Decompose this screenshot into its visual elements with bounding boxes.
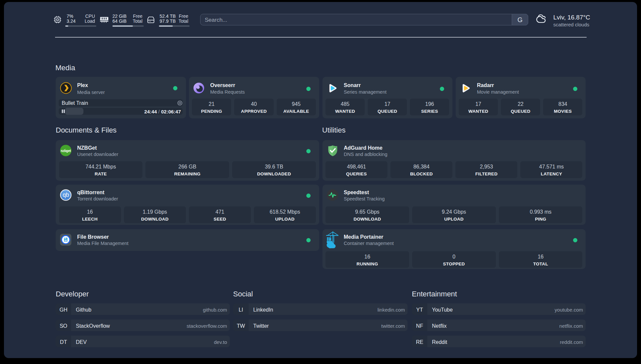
svg-text:qb: qb	[63, 192, 69, 198]
svg-text:nzbget: nzbget	[61, 149, 71, 153]
